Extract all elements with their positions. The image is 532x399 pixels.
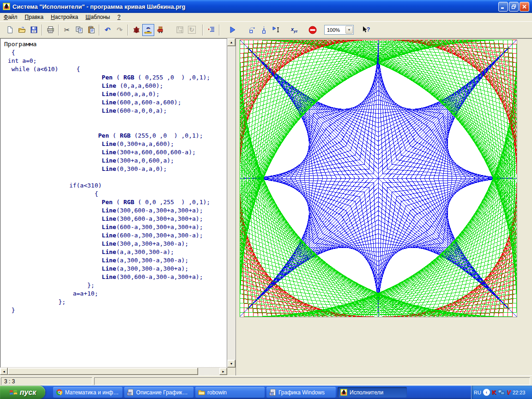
language-indicator[interactable]: RU [474, 390, 481, 395]
taskbar-item-document-1[interactable]: W Описание Графика ... [124, 387, 193, 398]
print-button[interactable] [44, 24, 56, 36]
toolbar-separator [99, 24, 100, 36]
antivirus-v-tray-icon[interactable]: V [507, 389, 511, 396]
chevron-down-icon[interactable]: ▼ [345, 26, 353, 34]
app-icon [3, 3, 10, 10]
string-art-drawing [240, 40, 517, 317]
undo-icon: ↶ [105, 26, 111, 34]
variables-button[interactable]: xyz [288, 24, 300, 36]
toolbar-separator [202, 24, 203, 36]
step-into-button[interactable] [258, 24, 270, 36]
save-icon [30, 26, 38, 34]
collapse-chevron-icon[interactable]: ‹ [483, 389, 490, 396]
scroll-down-button[interactable]: ▼ [227, 360, 236, 368]
draftsman-icon [144, 26, 152, 34]
toolbar: ✂ ↶ ↷ ↻ xyz 100% ▼ ? [0, 22, 532, 38]
toolbar-separator [127, 24, 128, 36]
run-to-cursor-icon [272, 26, 280, 34]
cut-button[interactable]: ✂ [61, 24, 73, 36]
run-to-cursor-button[interactable] [270, 24, 282, 36]
taskbar: пуск Математика и инфо... W Описание Гра… [0, 386, 532, 399]
desktop: Система "Исполнители" - программа кривая… [0, 0, 532, 399]
toolbar-separator [58, 24, 59, 36]
svg-text:?: ? [367, 26, 370, 33]
taskbar-item-label: Математика и инфо... [65, 389, 120, 396]
toolbar-separator [219, 24, 220, 36]
scroll-left-button[interactable]: ◄ [0, 368, 8, 375]
code-horizontal-scrollbar[interactable]: ◄ ► [0, 368, 227, 375]
variables-xyz-icon: xyz [291, 26, 297, 33]
menu-settings[interactable]: Настройка [47, 13, 82, 21]
help-button[interactable]: ? [360, 24, 372, 36]
help-cursor-icon: ? [362, 26, 370, 34]
taskbar-item-folder[interactable]: robowin [195, 387, 265, 398]
undo-button[interactable]: ↶ [102, 24, 114, 36]
code-text: Программа { int a=0; while (a<610) { Pen… [0, 39, 227, 314]
minimize-button[interactable] [498, 2, 508, 12]
open-folder-icon [18, 26, 26, 34]
kaspersky-tray-icon[interactable]: K [492, 389, 496, 396]
close-button[interactable] [520, 2, 529, 12]
paste-icon [87, 26, 95, 34]
taskbar-item-browser[interactable]: Математика и инфо... [53, 387, 122, 398]
horizontal-scrollbar-thumb[interactable] [8, 368, 198, 375]
clock: 22:23 [513, 390, 526, 395]
toolbar-separator [42, 24, 42, 36]
redo-button[interactable]: ↷ [114, 24, 126, 36]
run-icon [229, 26, 236, 34]
start-button[interactable]: пуск [0, 386, 45, 399]
code-editor[interactable]: Программа { int a=0; while (a<610) { Pen… [0, 38, 227, 368]
menu-edit[interactable]: Правка [21, 13, 48, 21]
menu-templates[interactable]: Шаблоны [82, 13, 114, 21]
restore-button[interactable] [509, 2, 519, 12]
new-file-icon [6, 26, 14, 34]
format-program-button[interactable] [205, 24, 217, 36]
maze-icon [176, 26, 184, 34]
app-window: Система "Исполнители" - программа кривая… [0, 0, 532, 386]
scroll-up-button[interactable]: ▲ [227, 38, 236, 46]
maze-button[interactable] [174, 24, 186, 36]
save-button[interactable] [28, 24, 40, 36]
new-file-button[interactable] [4, 24, 16, 36]
taskbar-item-executors[interactable]: Исполнители [338, 387, 407, 398]
stop-button[interactable] [307, 24, 319, 36]
turtle-icon [133, 26, 140, 34]
windows-logo-icon [9, 388, 18, 397]
taskbar-item-document-2[interactable]: W Графика Windows [266, 387, 336, 398]
robot-icon [157, 26, 164, 34]
taskbar-item-label: Описание Графика ... [136, 389, 191, 396]
stop-icon [308, 26, 317, 34]
network-tray-icon[interactable] [498, 389, 505, 396]
word-document-icon: W [127, 389, 134, 396]
title-bar: Система "Исполнители" - программа кривая… [0, 0, 532, 13]
main-area: Программа { int a=0; while (a<610) { Pen… [0, 38, 532, 375]
drawing-canvas [240, 40, 517, 317]
status-bar: 3 : 3 [0, 375, 532, 386]
word-document-icon: W [269, 389, 276, 396]
refresh-icon: ↻ [188, 26, 196, 34]
taskbar-item-label: robowin [207, 389, 227, 396]
graphics-panel [236, 38, 532, 375]
code-vertical-scrollbar[interactable]: ▲ ▼ [227, 38, 236, 368]
zoom-select[interactable]: 100% ▼ [324, 25, 354, 35]
step-over-button[interactable] [246, 24, 258, 36]
step-over-icon [248, 26, 256, 34]
run-button[interactable] [226, 24, 238, 36]
redo-icon: ↷ [117, 26, 123, 34]
window-title: Система "Исполнители" - программа кривая… [12, 3, 498, 10]
menu-help[interactable]: ? [114, 13, 124, 21]
turtle-executor-button[interactable] [130, 24, 142, 36]
scroll-right-button[interactable]: ► [219, 368, 227, 375]
copy-button[interactable] [73, 24, 85, 36]
svg-text:W: W [128, 392, 131, 395]
taskbar-item-label: Графика Windows [278, 389, 325, 396]
robot-executor-button[interactable] [154, 24, 166, 36]
refresh-button[interactable]: ↻ [186, 24, 198, 36]
cursor-position: 3 : 3 [1, 377, 92, 385]
scissors-icon: ✂ [64, 26, 70, 33]
menu-file[interactable]: Файл [0, 13, 21, 21]
folder-icon [198, 389, 205, 396]
draftsman-executor-button[interactable] [142, 24, 154, 36]
paste-button[interactable] [85, 24, 97, 36]
open-file-button[interactable] [16, 24, 28, 36]
